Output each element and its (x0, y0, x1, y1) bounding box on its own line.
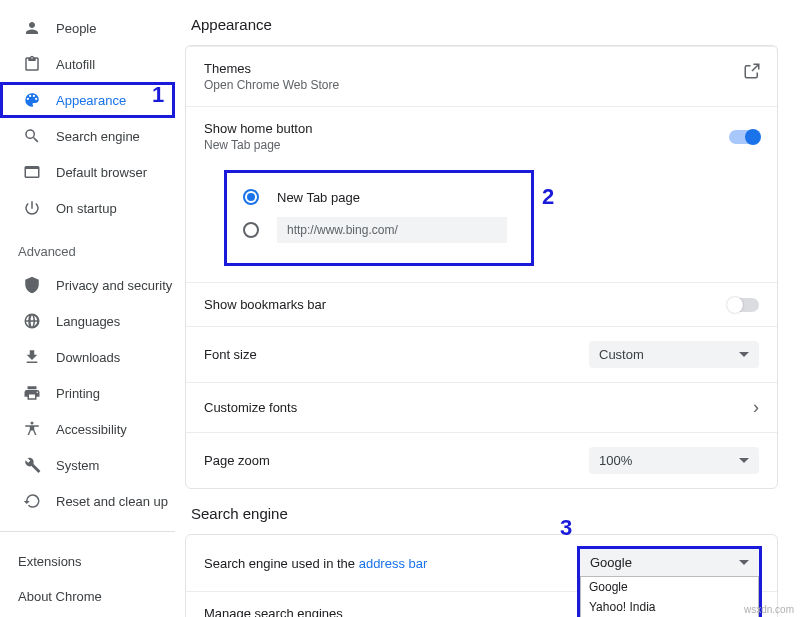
chevron-down-icon (739, 560, 749, 565)
show-home-button-row: Show home button New Tab page (186, 106, 777, 166)
sidebar-label: Privacy and security (56, 278, 172, 293)
page-zoom-value: 100% (599, 453, 632, 468)
search-engine-selected[interactable]: Google (580, 549, 759, 576)
customize-fonts-label: Customize fonts (204, 400, 297, 415)
search-engine-options-list: Google Yahoo! India Bing DuckDuckGo (580, 576, 759, 617)
sidebar-label: Appearance (56, 93, 126, 108)
sidebar-item-people[interactable]: People (0, 10, 175, 46)
sidebar-label: Autofill (56, 57, 95, 72)
sidebar-item-search-engine[interactable]: Search engine (0, 118, 175, 154)
printer-icon (22, 383, 42, 403)
home-option-new-tab-label: New Tab page (277, 190, 360, 205)
watermark: wsxdn.com (744, 604, 794, 615)
appearance-card: Themes Open Chrome Web Store Show home b… (185, 45, 778, 489)
sidebar-item-appearance[interactable]: Appearance (0, 82, 175, 118)
search-engine-row: Search engine used in the address bar Go… (186, 535, 777, 591)
sidebar-label: Search engine (56, 129, 140, 144)
sidebar-item-printing[interactable]: Printing (0, 375, 175, 411)
sidebar-item-downloads[interactable]: Downloads (0, 339, 175, 375)
sidebar-label: Default browser (56, 165, 147, 180)
themes-row[interactable]: Themes Open Chrome Web Store (186, 46, 777, 106)
address-bar-link[interactable]: address bar (359, 556, 428, 571)
sidebar-item-languages[interactable]: Languages (0, 303, 175, 339)
person-icon (22, 18, 42, 38)
sidebar-label: Reset and clean up (56, 494, 168, 509)
chevron-down-icon (739, 352, 749, 357)
sidebar-item-privacy[interactable]: Privacy and security (0, 267, 175, 303)
sidebar-label: System (56, 458, 99, 473)
chevron-down-icon (739, 458, 749, 463)
sidebar-item-system[interactable]: System (0, 447, 175, 483)
callout-2: 2 (542, 184, 554, 210)
callout-3: 3 (560, 515, 572, 541)
search-engine-dropdown[interactable]: Google Google Yahoo! India Bing DuckDuck… (579, 549, 759, 577)
section-title-search-engine: Search engine (185, 489, 778, 534)
manage-search-engines-label: Manage search engines (204, 606, 343, 617)
font-size-label: Font size (204, 347, 257, 362)
customize-fonts-row[interactable]: Customize fonts › (186, 382, 777, 432)
restore-icon (22, 491, 42, 511)
section-title-appearance: Appearance (185, 0, 778, 45)
home-button-options: New Tab page (186, 166, 777, 282)
home-custom-url-input[interactable] (277, 217, 507, 243)
show-home-button-toggle[interactable] (729, 130, 759, 144)
sidebar-label: Accessibility (56, 422, 127, 437)
search-engine-option[interactable]: Yahoo! India (581, 597, 758, 617)
show-bookmarks-bar-row: Show bookmarks bar (186, 282, 777, 326)
sidebar-about-chrome[interactable]: About Chrome (0, 579, 175, 614)
radio-icon[interactable] (243, 189, 259, 205)
settings-main: Appearance Themes Open Chrome Web Store … (175, 0, 800, 617)
download-icon (22, 347, 42, 367)
open-external-icon[interactable] (743, 62, 761, 83)
sidebar-label: Downloads (56, 350, 120, 365)
callout-1: 1 (152, 82, 164, 108)
search-engine-card: Search engine used in the address bar Go… (185, 534, 778, 617)
sidebar-item-accessibility[interactable]: Accessibility (0, 411, 175, 447)
settings-sidebar: People Autofill Appearance Search engine… (0, 0, 175, 617)
sidebar-extensions[interactable]: Extensions (0, 544, 175, 579)
sidebar-item-default-browser[interactable]: Default browser (0, 154, 175, 190)
sidebar-advanced-heading[interactable]: Advanced (0, 226, 175, 267)
home-button-options-highlight: New Tab page (224, 170, 534, 266)
palette-icon (22, 90, 42, 110)
search-engine-option[interactable]: Google (581, 577, 758, 597)
search-engine-row-label: Search engine used in the address bar (204, 556, 427, 571)
browser-icon (22, 162, 42, 182)
clipboard-icon (22, 54, 42, 74)
sidebar-label: Languages (56, 314, 120, 329)
home-option-new-tab[interactable]: New Tab page (243, 183, 515, 211)
radio-icon[interactable] (243, 222, 259, 238)
sidebar-label: People (56, 21, 96, 36)
page-zoom-label: Page zoom (204, 453, 270, 468)
home-option-custom-url[interactable] (243, 211, 515, 249)
font-size-dropdown[interactable]: Custom (589, 341, 759, 368)
wrench-icon (22, 455, 42, 475)
power-icon (22, 198, 42, 218)
sidebar-item-on-startup[interactable]: On startup (0, 190, 175, 226)
sidebar-label: On startup (56, 201, 117, 216)
show-bookmarks-bar-label: Show bookmarks bar (204, 297, 326, 312)
page-zoom-row: Page zoom 100% (186, 432, 777, 488)
sidebar-item-reset[interactable]: Reset and clean up (0, 483, 175, 519)
search-engine-dropdown-highlight: Google Google Yahoo! India Bing DuckDuck… (577, 546, 762, 617)
font-size-row: Font size Custom (186, 326, 777, 382)
themes-label: Themes (204, 61, 339, 76)
sidebar-item-autofill[interactable]: Autofill (0, 46, 175, 82)
show-home-button-label: Show home button (204, 121, 312, 136)
search-icon (22, 126, 42, 146)
accessibility-icon (22, 419, 42, 439)
themes-sublabel: Open Chrome Web Store (204, 78, 339, 92)
show-bookmarks-bar-toggle[interactable] (729, 298, 759, 312)
globe-icon (22, 311, 42, 331)
page-zoom-dropdown[interactable]: 100% (589, 447, 759, 474)
chevron-right-icon: › (753, 397, 759, 418)
show-home-button-sublabel: New Tab page (204, 138, 312, 152)
shield-icon (22, 275, 42, 295)
sidebar-label: Printing (56, 386, 100, 401)
sidebar-divider (0, 531, 175, 532)
font-size-value: Custom (599, 347, 644, 362)
